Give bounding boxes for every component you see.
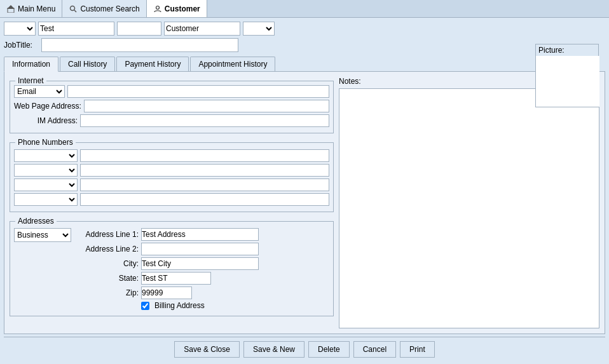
bottom-bar: Save & Close Save & New Delete Cancel Pr… [4, 337, 605, 360]
phone-input-3[interactable] [80, 179, 329, 191]
tab-main-menu[interactable]: Main Menu [0, 0, 62, 17]
email-type-select[interactable]: Email [14, 85, 65, 98]
save-close-button[interactable]: Save & Close [174, 341, 240, 358]
tab-appointment-history-btn[interactable]: Appointment History [190, 57, 275, 71]
webpage-input[interactable] [84, 100, 329, 112]
notes-area: Notes: [339, 77, 599, 328]
person-icon [153, 4, 162, 13]
tab-customer-search-label: Customer Search [80, 4, 139, 13]
email-row: Email [14, 85, 329, 98]
tab-information-btn[interactable]: Information [4, 57, 58, 72]
name-suffix-select[interactable]: Jr. Sr. II III [243, 22, 275, 36]
addr-line2-label: Address Line 2: [75, 245, 139, 253]
svg-marker-1 [7, 5, 15, 9]
delete-button[interactable]: Delete [308, 341, 350, 358]
billing-label: Billing Address [154, 301, 205, 310]
tab-customer[interactable]: Customer [147, 0, 207, 17]
im-input[interactable] [80, 114, 329, 127]
address-type-select[interactable]: Business Home Other [14, 228, 71, 242]
phone-section: Phone Numbers HomeWorkCellFax HomeWorkCe… [10, 142, 334, 212]
addr-city-row: City: [75, 257, 329, 270]
address-inner: Business Home Other Address Line 1: Addr… [14, 228, 329, 312]
internet-section: Internet Email Web Page Address: IM Addr… [10, 81, 334, 133]
address-fields: Address Line 1: Address Line 2: City: [75, 228, 329, 312]
phone-row-3: HomeWorkCellFax [14, 179, 329, 191]
addr-zip-row: Zip: [75, 286, 329, 299]
phone-input-4[interactable] [80, 193, 329, 206]
tab-customer-search[interactable]: Customer Search [62, 0, 146, 17]
phone-input-1[interactable] [80, 149, 329, 162]
phone-row-2: HomeWorkCellFax [14, 164, 329, 177]
svg-line-3 [74, 10, 76, 12]
print-button[interactable]: Print [400, 341, 435, 358]
addr-state-label: State: [75, 274, 139, 283]
svg-point-2 [71, 6, 75, 10]
addr-city-input[interactable] [141, 257, 259, 270]
tab-customer-label: Customer [165, 4, 200, 13]
phone-type-select-1[interactable]: HomeWorkCellFax [14, 149, 78, 162]
tab-call-history-btn[interactable]: Call History [60, 57, 115, 71]
search-icon [69, 4, 78, 13]
phone-type-select-3[interactable]: HomeWorkCellFax [14, 179, 78, 191]
addr-line2-input[interactable] [141, 243, 259, 255]
addr-line2-row: Address Line 2: [75, 243, 329, 255]
phone-type-select-2[interactable]: HomeWorkCellFax [14, 164, 78, 177]
middle-name-input[interactable] [117, 22, 161, 36]
addr-zip-input[interactable] [141, 286, 192, 299]
home-icon [6, 4, 15, 13]
jobtitle-label: JobTitle: [4, 41, 39, 50]
tab-panel-information: Internet Email Web Page Address: IM Addr… [4, 71, 605, 334]
svg-point-4 [156, 6, 159, 9]
addr-state-input[interactable] [141, 272, 211, 285]
tab-left-col: Internet Email Web Page Address: IM Addr… [10, 77, 334, 328]
internet-legend: Internet [15, 76, 46, 85]
title-bar: Main Menu Customer Search Customer [0, 0, 609, 18]
svg-rect-0 [8, 8, 14, 13]
im-label: IM Address: [14, 116, 78, 125]
addr-line1-row: Address Line 1: [75, 228, 329, 241]
notes-textarea[interactable] [339, 88, 599, 328]
email-input[interactable] [67, 85, 329, 98]
name-form-row: Mr. Mrs. Ms. Dr. Jr. Sr. II III Picture: [4, 22, 605, 36]
addr-billing-row: Billing Address [75, 301, 329, 310]
billing-checkbox[interactable] [141, 302, 149, 310]
cancel-button[interactable]: Cancel [353, 341, 396, 358]
last-name-input[interactable] [164, 22, 240, 36]
phone-input-2[interactable] [80, 164, 329, 177]
addr-city-label: City: [75, 259, 139, 268]
jobtitle-row: JobTitle: [4, 38, 605, 52]
addr-line1-label: Address Line 1: [75, 230, 139, 239]
addr-state-row: State: [75, 272, 329, 285]
im-row: IM Address: [14, 114, 329, 127]
tab-payment-history-btn[interactable]: Payment History [116, 57, 189, 71]
picture-box [536, 56, 599, 107]
addresses-legend: Addresses [15, 217, 57, 226]
tab-main-menu-label: Main Menu [18, 4, 55, 13]
addr-line1-input[interactable] [141, 228, 259, 241]
jobtitle-input[interactable] [41, 38, 238, 52]
save-new-button[interactable]: Save & New [243, 341, 304, 358]
main-area: Mr. Mrs. Ms. Dr. Jr. Sr. II III Picture:… [0, 18, 609, 364]
tabs-row: Information Call History Payment History… [4, 56, 605, 71]
picture-label: Picture: [536, 44, 598, 56]
webpage-label: Web Page Address: [14, 102, 81, 111]
webpage-row: Web Page Address: [14, 100, 329, 112]
addr-zip-label: Zip: [75, 288, 139, 297]
name-prefix-select[interactable]: Mr. Mrs. Ms. Dr. [4, 22, 36, 36]
phone-row-1: HomeWorkCellFax [14, 149, 329, 162]
phone-row-4: HomeWorkCellFax [14, 193, 329, 206]
address-type-col: Business Home Other [14, 228, 71, 312]
first-name-input[interactable] [38, 22, 114, 36]
addresses-section: Addresses Business Home Other Address Li… [10, 221, 334, 316]
phone-legend: Phone Numbers [15, 138, 76, 147]
phone-type-select-4[interactable]: HomeWorkCellFax [14, 193, 78, 206]
picture-area: Picture: [535, 44, 599, 107]
